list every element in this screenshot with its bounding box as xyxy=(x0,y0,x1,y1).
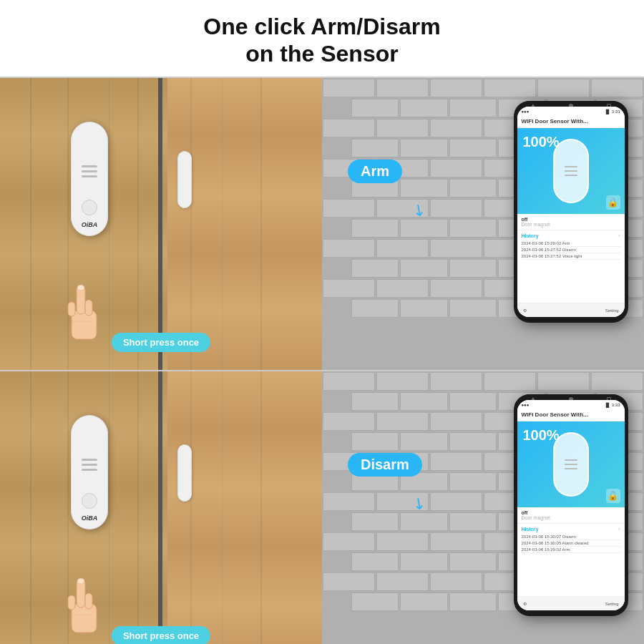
svg-rect-6 xyxy=(72,604,97,633)
page-title: One click Arm/Disarm on the Sensor xyxy=(0,0,644,77)
sensor-device-arm: OiBA xyxy=(71,122,108,236)
arm-phone: ●●● ▐▌ 3:33 WIFI Door Sensor With... 100… xyxy=(514,101,628,323)
sensor-button-disarm[interactable] xyxy=(82,493,97,509)
arm-left-panel: OiBA xyxy=(0,78,322,370)
arm-app-header: WIFI Door Sensor With... xyxy=(517,117,625,128)
arm-history-1: 2024-03-08 15:29:02 Arm xyxy=(522,240,620,247)
hand-svg-arm xyxy=(32,275,125,346)
disarm-history-1: 2024-03-08 15:30:07 Disarm xyxy=(522,534,620,540)
disarm-lock-icon: 🔓 xyxy=(606,489,620,503)
hand-arm xyxy=(32,275,125,346)
arm-row: OiBA xyxy=(0,77,644,370)
title-line2: on the Sensor xyxy=(245,41,398,67)
svg-point-10 xyxy=(77,578,84,584)
disarm-left-panel: OiBA xyxy=(0,371,322,644)
disarm-row: OiBA xyxy=(0,370,644,644)
arm-history: History › 2024-03-08 15:29:02 Arm 2024-0… xyxy=(517,230,625,303)
disarm-bottom-bar: ⚙ Setting xyxy=(517,596,625,610)
disarm-phone: ●●● ▐▌ 3:33 WIFI Door Sensor With... 100… xyxy=(514,394,628,616)
hand-svg-disarm xyxy=(32,568,125,640)
disarm-press-label: Short press once xyxy=(112,626,210,644)
sensor-grille-disarm xyxy=(82,459,97,471)
sensor-grille-arm xyxy=(82,165,97,177)
disarm-history: History › 2024-03-08 15:30:07 Disarm 202… xyxy=(517,524,625,596)
disarm-info: off Door magnet xyxy=(517,507,625,524)
svg-point-4 xyxy=(77,285,84,291)
disarm-history-3: 2024-03-08 15:29:02 Arm xyxy=(522,547,620,553)
wood-right-arm xyxy=(167,78,322,370)
arm-bottom-bar: ⚙ Setting xyxy=(517,303,625,317)
sensor-magnet-disarm xyxy=(177,444,192,502)
svg-rect-2 xyxy=(85,300,92,316)
arm-info: off Door magnet xyxy=(517,214,625,230)
hand-disarm xyxy=(32,568,125,640)
sensor-device-disarm: OiBA xyxy=(71,415,108,530)
arm-battery: 100% xyxy=(523,134,560,150)
svg-rect-9 xyxy=(68,595,75,610)
arm-history-3: 2024-03-08 15:27:52 Voice light xyxy=(522,253,620,260)
sensor-logo-disarm: OiBA xyxy=(82,514,98,522)
svg-rect-0 xyxy=(72,311,97,339)
door-gap-disarm xyxy=(158,371,162,644)
arm-action-label: Arm xyxy=(348,160,402,183)
arm-history-2: 2024-03-08 15:27:52 Disarm xyxy=(522,247,620,253)
arm-press-label: Short press once xyxy=(112,333,210,352)
disarm-action-label: Disarm xyxy=(348,453,422,477)
arm-phone-screen: ●●● ▐▌ 3:33 WIFI Door Sensor With... 100… xyxy=(517,107,625,317)
arm-lock-icon: 🔒 xyxy=(606,195,620,210)
disarm-status-bar: ●●● ▐▌ 3:33 xyxy=(517,400,625,410)
disarm-history-2: 2024-03-08 15:30:05 Alarm cleared xyxy=(522,540,620,547)
arm-status-bar: ●●● ▐▌ 3:33 xyxy=(517,107,625,117)
disarm-phone-screen: ●●● ▐▌ 3:33 WIFI Door Sensor With... 100… xyxy=(517,400,625,610)
svg-rect-3 xyxy=(68,302,75,316)
door-gap-arm xyxy=(158,78,162,370)
sensor-logo-arm: OiBA xyxy=(82,221,98,228)
sensor-magnet-arm xyxy=(177,151,192,208)
disarm-right-panel: Disarm ↘ ●●● ▐▌ 3:33 WIFI Door Sensor Wi… xyxy=(322,371,644,644)
svg-rect-8 xyxy=(85,593,92,609)
sensor-button-arm[interactable] xyxy=(82,200,97,215)
title-line1: One click Arm/Disarm xyxy=(203,14,440,39)
disarm-app-header: WIFI Door Sensor With... xyxy=(517,410,625,421)
disarm-battery: 100% xyxy=(523,427,560,444)
main-grid: OiBA xyxy=(0,77,644,644)
arm-blue-area: 100% 🔒 xyxy=(517,128,625,214)
disarm-blue-area: 100% 🔓 xyxy=(517,421,625,507)
arm-right-panel: Arm ↘ ●●● ▐▌ 3:33 WIFI Door Sensor With.… xyxy=(322,78,644,370)
wood-right-disarm xyxy=(167,371,322,644)
